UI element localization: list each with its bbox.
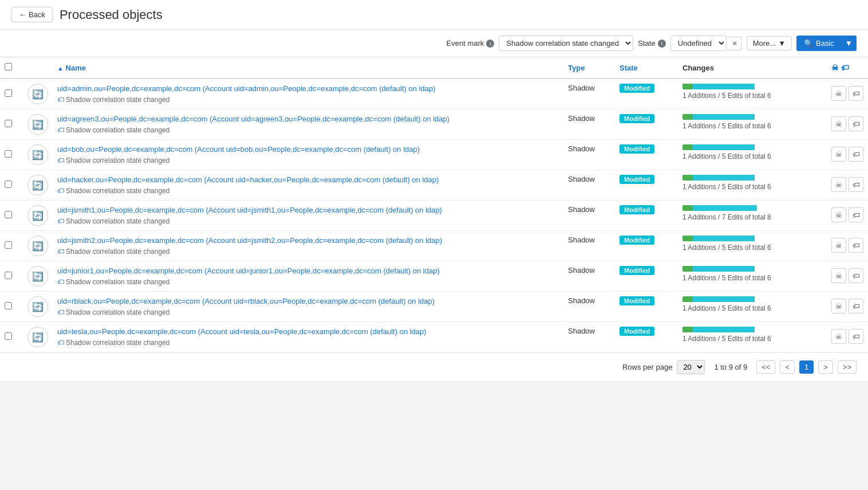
row-icon-cell: 🔄 xyxy=(23,231,53,261)
object-type-text: Shadow xyxy=(568,327,595,335)
object-name-link[interactable]: uid=hacker,ou=People,dc=example,dc=com (… xyxy=(57,175,439,184)
row-checkbox-6[interactable] xyxy=(5,272,12,279)
object-name-link[interactable]: uid=jsmith1,ou=People,dc=example,dc=com … xyxy=(57,206,442,214)
back-button[interactable]: ← Back xyxy=(11,7,53,22)
row-icon-cell: 🔄 xyxy=(23,170,53,201)
objects-table: ▲ Name Type State Changes ☠ 🏷 xyxy=(0,57,868,352)
tag-action-button[interactable]: 🏷 xyxy=(849,207,863,222)
object-name-link[interactable]: uid=tesla,ou=People,dc=example,dc=com (A… xyxy=(57,327,427,336)
state-info-icon[interactable]: i xyxy=(658,40,666,48)
first-page-button[interactable]: << xyxy=(756,360,775,374)
state-badge: Modified xyxy=(620,327,654,336)
object-type-text: Shadow xyxy=(568,84,595,92)
page-title: Processed objects xyxy=(60,7,163,22)
tag-action-button[interactable]: 🏷 xyxy=(849,147,863,162)
object-name-link[interactable]: uid=jsmith2,ou=People,dc=example,dc=com … xyxy=(57,236,442,245)
changes-bar xyxy=(682,327,786,332)
search-button[interactable]: 🔍 Basic xyxy=(796,36,842,51)
row-checkbox-7[interactable] xyxy=(5,302,12,309)
shield-action-button[interactable]: ☠ xyxy=(831,207,846,222)
tag-action-button[interactable]: 🏷 xyxy=(849,268,863,283)
row-checkbox-cell xyxy=(0,322,23,352)
shield-action-button[interactable]: ☠ xyxy=(831,329,846,344)
last-page-button[interactable]: >> xyxy=(838,360,857,374)
row-type-cell: Shadow xyxy=(563,261,615,292)
row-name-cell: uid=admin,ou=People,dc=example,dc=com (A… xyxy=(53,79,563,109)
shield-action-button[interactable]: ☠ xyxy=(831,116,846,131)
row-checkbox-4[interactable] xyxy=(5,211,12,218)
select-all-checkbox[interactable] xyxy=(5,63,12,70)
back-label: Back xyxy=(29,10,45,19)
next-page-button[interactable]: > xyxy=(818,360,833,374)
row-type-cell: Shadow xyxy=(563,170,615,201)
changes-text: 1 Additions / 5 Edits of total 6 xyxy=(682,304,822,312)
tag-icon: 🏷 xyxy=(57,308,64,316)
object-name-link[interactable]: uid=admin,ou=People,dc=example,dc=com (A… xyxy=(57,84,436,93)
table-header-row: ▲ Name Type State Changes ☠ 🏷 xyxy=(0,57,868,79)
clear-state-button[interactable]: ✕ xyxy=(728,37,742,50)
search-dropdown-button[interactable]: ▼ xyxy=(842,36,857,51)
row-checkbox-1[interactable] xyxy=(5,120,12,127)
object-name-link[interactable]: uid=rblack,ou=People,dc=example,dc=com (… xyxy=(57,297,435,305)
row-state-cell: Modified xyxy=(615,170,678,201)
row-changes-cell: 1 Additions / 5 Edits of total 6 xyxy=(678,140,827,170)
row-tag: 🏷 Shadow correlation state changed xyxy=(57,96,169,104)
current-page-button[interactable]: 1 xyxy=(799,360,814,374)
rows-per-page-select[interactable]: 20 xyxy=(677,360,705,374)
tag-icon: 🏷 xyxy=(57,156,64,164)
object-name-link[interactable]: uid=junior1,ou=People,dc=example,dc=com … xyxy=(57,266,440,275)
shield-action-button[interactable]: ☠ xyxy=(831,299,846,313)
action-icons-group: ☠ 🏷 xyxy=(831,327,863,344)
shield-action-button[interactable]: ☠ xyxy=(831,86,846,101)
tag-action-button[interactable]: 🏷 xyxy=(849,177,863,192)
row-checkbox-3[interactable] xyxy=(5,181,12,188)
table-body: 🔄 uid=admin,ou=People,dc=example,dc=com … xyxy=(0,79,868,352)
object-type-icon: 🔄 xyxy=(27,144,48,165)
row-type-cell: Shadow xyxy=(563,231,615,261)
prev-page-button[interactable]: < xyxy=(780,360,795,374)
row-type-cell: Shadow xyxy=(563,140,615,170)
row-action-cell: ☠ 🏷 xyxy=(827,231,868,261)
state-value-select[interactable]: Undefined xyxy=(670,36,727,51)
table-container: ▲ Name Type State Changes ☠ 🏷 xyxy=(0,57,868,352)
row-tag: 🏷 Shadow correlation state changed xyxy=(57,217,169,225)
row-checkbox-5[interactable] xyxy=(5,241,12,249)
object-name-link[interactable]: uid=bob,ou=People,dc=example,dc=com (Acc… xyxy=(57,145,420,154)
row-checkbox-cell xyxy=(0,140,23,170)
shield-action-button[interactable]: ☠ xyxy=(831,177,846,192)
row-checkbox-cell xyxy=(0,79,23,109)
additions-bar xyxy=(682,296,693,302)
tag-action-button[interactable]: 🏷 xyxy=(849,299,863,313)
row-state-cell: Modified xyxy=(615,292,678,322)
row-checkbox-cell xyxy=(0,261,23,292)
tag-action-button[interactable]: 🏷 xyxy=(849,86,863,101)
shield-action-button[interactable]: ☠ xyxy=(831,147,846,162)
object-name-link[interactable]: uid=agreen3,ou=People,dc=example,dc=com … xyxy=(57,115,449,123)
row-checkbox-0[interactable] xyxy=(5,89,12,97)
row-changes-cell: 1 Additions / 5 Edits of total 6 xyxy=(678,79,827,109)
table-row: 🔄 uid=jsmith2,ou=People,dc=example,dc=co… xyxy=(0,231,868,261)
shield-action-button[interactable]: ☠ xyxy=(831,238,846,253)
type-column-header[interactable]: Type xyxy=(563,57,615,79)
row-checkbox-8[interactable] xyxy=(5,332,12,340)
object-type-icon: 🔄 xyxy=(27,114,48,135)
changes-text: 1 Additions / 5 Edits of total 6 xyxy=(682,244,822,252)
tag-action-button[interactable]: 🏷 xyxy=(849,238,863,253)
chevron-down-icon: ▼ xyxy=(845,39,853,48)
state-column-header[interactable]: State xyxy=(615,57,678,79)
event-mark-select[interactable]: Shadow correlation state changed xyxy=(499,36,633,51)
search-label: Basic xyxy=(816,39,834,48)
tag-text: Shadow correlation state changed xyxy=(66,96,169,104)
name-column-header[interactable]: ▲ Name xyxy=(53,57,563,79)
action-col-header: ☠ 🏷 xyxy=(827,57,868,79)
row-state-cell: Modified xyxy=(615,231,678,261)
tag-action-button[interactable]: 🏷 xyxy=(849,329,863,344)
row-state-cell: Modified xyxy=(615,261,678,292)
more-filters-button[interactable]: More... ▼ xyxy=(747,36,792,50)
shield-action-button[interactable]: ☠ xyxy=(831,268,846,283)
tag-action-button[interactable]: 🏷 xyxy=(849,116,863,131)
event-mark-info-icon[interactable]: i xyxy=(486,40,494,48)
edits-bar xyxy=(693,296,755,302)
additions-bar xyxy=(682,84,693,89)
row-checkbox-2[interactable] xyxy=(5,150,12,158)
